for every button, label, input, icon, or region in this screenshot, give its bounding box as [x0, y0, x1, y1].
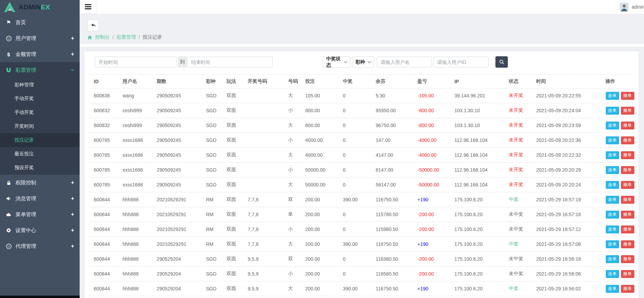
flag-icon: ⚑ [5, 19, 12, 26]
cell-bet: 4000.00 [300, 133, 338, 148]
cell-balance: 58147.00 [371, 177, 413, 192]
sidebar-group-彩票管理: 彩票管理−彩种管理手动开奖手动开奖开奖时间投注记录最近投注预设开奖 [0, 62, 80, 175]
user-name: admin [632, 4, 644, 10]
sidebar-subitem-6-预设开奖[interactable]: 预设开奖 [0, 161, 80, 175]
edit-order-button[interactable]: 改单 [606, 211, 619, 219]
cancel-order-button[interactable]: 撤单 [621, 151, 634, 159]
sidebar-item-3-彩票管理[interactable]: 彩票管理− [0, 62, 80, 78]
magnet-icon [5, 67, 12, 73]
cell-id: 600785 [89, 177, 118, 192]
cell-actions: 改单撤单 [601, 163, 634, 177]
win-status-select[interactable]: 中奖状态 [323, 56, 350, 68]
cancel-order-button[interactable]: 撤单 [621, 285, 634, 293]
sidebar-subitem-3-开奖时间[interactable]: 开奖时间 [0, 119, 80, 133]
records-panel: 到 中奖状态 彩种 [85, 51, 638, 298]
edit-order-button[interactable]: 改单 [606, 196, 619, 204]
cell-lottery: SGD [201, 118, 222, 133]
cell-lottery: SGD [201, 163, 222, 177]
cell-pnl: -50000.00 [413, 163, 450, 177]
start-time-input[interactable] [95, 57, 177, 67]
cell-period: 290509245 [152, 103, 201, 118]
sidebar-item-label: 菜单管理 [16, 211, 71, 218]
cloud-icon [5, 212, 12, 218]
userid-input[interactable] [433, 57, 489, 67]
sidebar-subitem-2-手动开奖[interactable]: 手动开奖 [0, 106, 80, 119]
edit-order-button[interactable]: 改单 [606, 240, 619, 248]
sidebar-item-5-消息管理[interactable]: 消息管理+ [0, 191, 80, 206]
sidebar-item-label: 彩票管理 [16, 67, 71, 74]
cell-status: 未中奖 [504, 222, 531, 237]
breadcrumb-彩票管理[interactable]: 彩票管理 [117, 34, 136, 40]
column-header-用户名: 用户名 [118, 75, 152, 88]
sidebar-item-6-菜单管理[interactable]: 菜单管理+ [0, 206, 80, 222]
cell-time: 2021-05-09 20:20:24 [531, 177, 601, 192]
cell-number: 双 [283, 192, 301, 207]
cell-pnl: +190 [413, 192, 450, 207]
back-button[interactable] [88, 20, 99, 31]
edit-order-button[interactable]: 改单 [606, 107, 619, 115]
cancel-order-button[interactable]: 撤单 [621, 240, 634, 248]
sidebar-item-8-代理管理[interactable]: 代理管理+ [0, 238, 80, 254]
cancel-order-button[interactable]: 撤单 [621, 181, 634, 189]
column-header-操作: 操作 [601, 75, 634, 88]
megaphone-icon [5, 196, 12, 201]
collapse-minus-icon: − [71, 67, 74, 73]
username-input[interactable] [377, 57, 432, 67]
search-button[interactable] [495, 56, 508, 68]
table-header: ID用户名期数彩种玩法开奖号码号码投注中奖余芬盈亏IP状态时间操作 [89, 75, 634, 88]
sidebar-item-4-权限控制[interactable]: 权限控制+ [0, 175, 80, 191]
edit-order-button[interactable]: 改单 [606, 181, 619, 189]
sidebar-item-0-首页[interactable]: ⚑首页 [0, 15, 80, 30]
cancel-order-button[interactable]: 撤单 [621, 255, 634, 263]
table-row: 600785xxss1688290509245SGD双面大50000.00058… [89, 177, 634, 192]
lottery-type-select[interactable]: 彩种 [352, 56, 374, 68]
sidebar-item-1-用户管理[interactable]: 用户管理+ [0, 30, 80, 46]
edit-order-button[interactable]: 改单 [606, 225, 619, 233]
cell-balance: 5.30 [371, 88, 413, 103]
cancel-order-button[interactable]: 撤单 [621, 225, 634, 233]
cell-actions: 改单撤单 [601, 88, 634, 103]
sidebar-subitem-0-彩种管理[interactable]: 彩种管理 [0, 78, 80, 92]
sidebar-subitem-4-投注记录[interactable]: 投注记录 [0, 133, 80, 147]
sidebar-subitem-5-最近投注[interactable]: 最近投注 [0, 147, 80, 161]
user-menu[interactable]: admin [620, 3, 644, 11]
cancel-order-button[interactable]: 撤单 [621, 136, 634, 144]
cell-period: 290529204 [152, 267, 201, 281]
edit-order-button[interactable]: 改单 [606, 166, 619, 174]
cell-play: 双面 [222, 118, 243, 133]
cell-number: 小 [283, 103, 301, 118]
cancel-order-button[interactable]: 撤单 [621, 107, 634, 115]
cell-period: 290529204 [152, 281, 201, 296]
cancel-order-button[interactable]: 撤单 [621, 270, 634, 278]
edit-order-button[interactable]: 改单 [606, 136, 619, 144]
edit-order-button[interactable]: 改单 [606, 151, 619, 159]
column-header-号码: 号码 [283, 75, 301, 88]
sidebar-item-2-金额管理[interactable]: $金额管理+ [0, 46, 80, 62]
table-body: 600836wang290509245SGD双面大105.0005.30-105… [89, 88, 634, 296]
breadcrumb-控制台[interactable]: 控制台 [95, 34, 110, 40]
cancel-order-button[interactable]: 撤单 [621, 122, 634, 129]
cancel-order-button[interactable]: 撤单 [621, 166, 634, 174]
cancel-order-button[interactable]: 撤单 [621, 211, 634, 219]
end-time-input[interactable] [187, 57, 273, 67]
sidebar-item-7-设置中心[interactable]: 设置中心+ [0, 222, 80, 238]
expand-plus-icon: + [71, 180, 74, 186]
edit-order-button[interactable]: 改单 [606, 285, 619, 293]
cell-pnl: -50000.00 [413, 177, 450, 192]
cell-time: 2021-05-29 16:56:18 [531, 252, 601, 267]
cell-bet: 200.00 [300, 207, 338, 222]
cell-id: 600832 [89, 118, 118, 133]
cancel-order-button[interactable]: 撤单 [621, 196, 634, 204]
sidebar-toggle-button[interactable] [80, 0, 97, 14]
cell-win: 0 [338, 222, 371, 237]
edit-order-button[interactable]: 改单 [606, 255, 619, 263]
edit-order-button[interactable]: 改单 [606, 122, 619, 129]
sidebar-subitem-1-手动开奖[interactable]: 手动开奖 [0, 92, 80, 106]
edit-order-button[interactable]: 改单 [606, 270, 619, 278]
cell-period: 290509245 [152, 133, 201, 148]
cell-id: 600785 [89, 163, 118, 177]
edit-order-button[interactable]: 改单 [606, 92, 619, 100]
cell-period: 290509245 [152, 177, 201, 192]
cell-bet: 200.00 [300, 267, 338, 281]
cancel-order-button[interactable]: 撤单 [621, 92, 634, 100]
